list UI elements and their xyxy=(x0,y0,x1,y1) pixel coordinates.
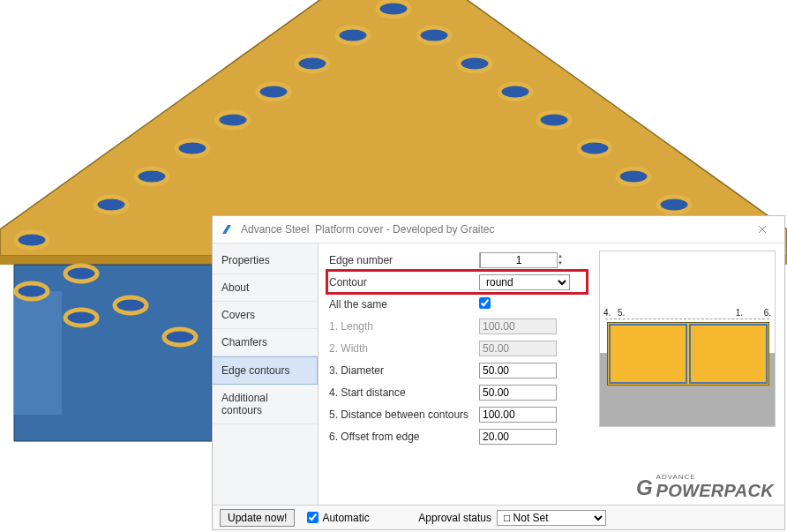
tab-covers[interactable]: Covers xyxy=(213,302,318,329)
form-area: Edge number ▲▼ Contour round xyxy=(319,244,784,505)
tab-label: About xyxy=(221,281,249,294)
svg-point-11 xyxy=(217,112,249,128)
all-same-checkbox[interactable] xyxy=(479,297,491,309)
distance-between-input[interactable] xyxy=(479,407,557,423)
start-distance-input[interactable] xyxy=(479,385,557,401)
width-input xyxy=(479,341,557,356)
svg-point-7 xyxy=(296,56,328,71)
svg-point-20 xyxy=(16,283,48,299)
label-width: 2. Width xyxy=(327,342,479,355)
svg-point-13 xyxy=(176,140,208,156)
label-start-distance: 4. Start distance xyxy=(327,386,479,399)
preview-plate xyxy=(607,322,769,386)
svg-point-21 xyxy=(65,266,97,281)
dim-5: 5. xyxy=(618,308,625,318)
edge-number-spinner[interactable]: ▲▼ xyxy=(479,252,507,268)
tab-edge-contours[interactable]: Edge contours xyxy=(213,356,318,385)
automatic-label: Automatic xyxy=(322,512,369,524)
bottom-bar: Update now! Automatic Approval status □ … xyxy=(213,505,784,529)
titlebar: Advance Steel Platform cover - Developed… xyxy=(213,216,784,243)
graitec-g-icon: G xyxy=(636,476,653,500)
svg-marker-2 xyxy=(14,265,212,441)
sidebar: Properties About Covers Chamfers Edge co… xyxy=(213,244,319,505)
svg-point-15 xyxy=(136,169,168,184)
edge-number-input[interactable] xyxy=(480,252,558,268)
preview-panel: 4. 5. 1. 2. 6. xyxy=(599,251,776,427)
approval-status-select[interactable]: □ Not Set xyxy=(497,510,606,526)
svg-point-10 xyxy=(499,84,531,100)
dim-6: 6. xyxy=(764,308,771,318)
svg-marker-3 xyxy=(14,291,62,415)
svg-point-23 xyxy=(115,297,146,313)
tab-label: Additional contours xyxy=(221,392,268,416)
svg-point-9 xyxy=(258,84,289,100)
close-button[interactable] xyxy=(747,220,777,239)
tab-about[interactable]: About xyxy=(213,274,318,302)
svg-point-19 xyxy=(16,232,48,248)
spinner-up-icon[interactable]: ▲ xyxy=(558,253,563,260)
tab-label: Covers xyxy=(221,309,255,321)
svg-point-17 xyxy=(95,197,127,213)
automatic-checkbox-wrap[interactable]: Automatic xyxy=(307,512,369,524)
svg-point-5 xyxy=(337,27,369,43)
tab-label: Edge contours xyxy=(221,364,289,377)
svg-point-24 xyxy=(164,329,196,345)
svg-point-4 xyxy=(378,1,409,17)
svg-marker-25 xyxy=(222,225,231,234)
label-contour: Contour xyxy=(327,276,479,288)
svg-point-8 xyxy=(459,56,491,71)
dim-4: 4. xyxy=(603,308,611,318)
spinner-down-icon[interactable]: ▼ xyxy=(558,260,563,267)
offset-edge-input[interactable] xyxy=(479,429,557,445)
svg-point-16 xyxy=(618,169,649,184)
length-input xyxy=(479,318,557,334)
label-all-same: All the same xyxy=(327,298,479,311)
tab-label: Chamfers xyxy=(221,336,267,348)
dim-1: 1. xyxy=(736,308,743,318)
tab-properties[interactable]: Properties xyxy=(213,247,318,274)
label-offset-edge: 6. Offset from edge xyxy=(327,431,479,443)
tab-chamfers[interactable]: Chamfers xyxy=(213,329,318,356)
brand-logo: G ADVANCE POWERPACK xyxy=(636,474,774,501)
diameter-input[interactable] xyxy=(479,363,557,378)
label-diameter: 3. Diameter xyxy=(327,364,479,377)
svg-point-18 xyxy=(658,197,690,213)
dialog-platform-cover: Advance Steel Platform cover - Developed… xyxy=(212,215,785,530)
approval-status-label: Approval status xyxy=(418,512,491,524)
row-contour-highlighted: Contour round xyxy=(327,271,587,293)
tab-additional-contours[interactable]: Additional contours xyxy=(213,385,318,424)
automatic-checkbox[interactable] xyxy=(307,512,319,523)
label-distance-between: 5. Distance between contours xyxy=(327,408,479,421)
label-length: 1. Length xyxy=(327,320,479,333)
svg-point-6 xyxy=(418,27,450,43)
label-edge-number: Edge number xyxy=(327,254,479,266)
svg-point-22 xyxy=(65,310,97,326)
contour-select[interactable]: round xyxy=(479,274,570,290)
update-now-button[interactable]: Update now! xyxy=(220,509,295,527)
svg-point-14 xyxy=(579,140,611,156)
autodesk-icon xyxy=(220,222,234,236)
svg-point-12 xyxy=(538,112,570,128)
tab-label: Properties xyxy=(221,254,270,266)
window-title: Advance Steel Platform cover - Developed… xyxy=(241,223,747,236)
